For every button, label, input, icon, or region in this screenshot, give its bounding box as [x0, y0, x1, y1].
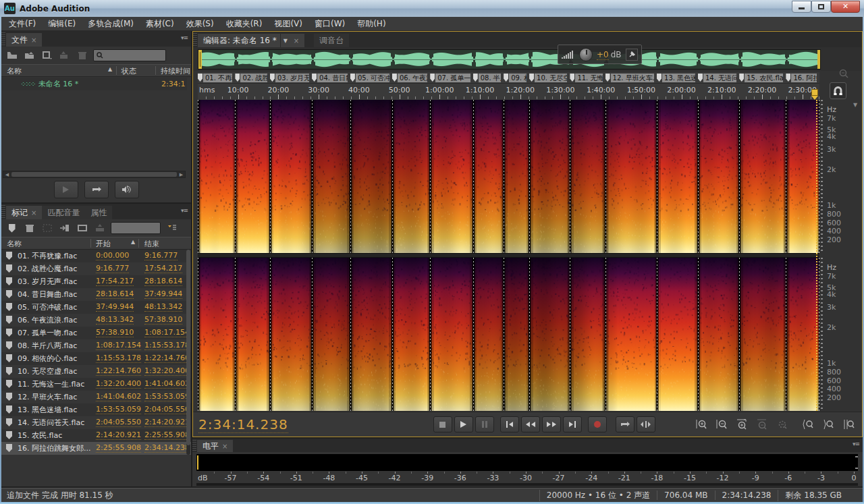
marker-row[interactable]: 14. 无语问苍天.flac2:04:05.5502:14:20.921	[1, 416, 191, 429]
insert-markers-multitrack-icon[interactable]	[93, 222, 106, 234]
marker-chip[interactable]: 14. 无语问苍天.flac	[698, 73, 736, 82]
current-time-display[interactable]: 2:34:14.238	[198, 416, 288, 433]
timeline-ruler[interactable]: hms 10:0020:0030:0040:0050:001:00:001:10…	[198, 83, 819, 100]
marker-chip[interactable]: 06. 午夜流浪.flac	[392, 73, 427, 82]
scroll-thumb[interactable]	[11, 172, 177, 177]
panel-menu-icon[interactable]: ▾≡	[181, 34, 188, 41]
minimize-button[interactable]	[792, 1, 811, 13]
marker-chip[interactable]: 07. 孤单一吻.flac	[430, 73, 470, 82]
marker-chip[interactable]: 04. 昔日舞曲.flac	[312, 73, 348, 82]
loop-playback-button[interactable]	[616, 416, 634, 432]
gain-value[interactable]: +0	[597, 50, 609, 60]
merge-markers-icon[interactable]	[40, 222, 53, 234]
zoom-in-vertical-icon[interactable]	[693, 416, 709, 432]
editor-file-dropdown-icon[interactable]: ▼	[280, 34, 290, 47]
panel-menu-icon[interactable]: ▾≡	[181, 207, 188, 214]
menu-item-help[interactable]: 帮助(H)	[351, 17, 392, 31]
marker-row[interactable]: 05. 可否冲破.flac37:49.94448:13.342	[1, 301, 191, 314]
close-tab-icon[interactable]: ×	[31, 209, 36, 217]
marker-chip[interactable]: 05. 可否冲破.flac	[350, 73, 389, 82]
panel-grip[interactable]	[1, 204, 5, 219]
panel-grip[interactable]	[193, 32, 197, 47]
col-duration[interactable]: 持续时间	[161, 66, 190, 76]
marker-end-time[interactable]: 57:38.910	[144, 315, 182, 325]
menu-item-window[interactable]: 窗口(W)	[308, 17, 351, 31]
marker-row[interactable]: 12. 早班火车.flac1:41:04.6021:53:53.059	[1, 391, 191, 403]
menu-item-edit[interactable]: 编辑(E)	[42, 17, 82, 31]
zoom-to-in-point-icon[interactable]	[800, 416, 816, 432]
marker-end-time[interactable]: 1:22:14.760	[144, 354, 189, 363]
markers-vertical-scrollbar[interactable]	[186, 250, 190, 455]
insert-into-multitrack-icon[interactable]	[58, 49, 71, 61]
files-horizontal-scrollbar[interactable]: ◀ ▶	[3, 171, 186, 178]
marker-start-time[interactable]: 1:08:17.154	[96, 341, 141, 350]
menu-item-effects[interactable]: 效果(S)	[180, 17, 220, 31]
marker-start-time[interactable]: 1:53:53.059	[96, 405, 141, 414]
marker-start-time[interactable]: 28:18.614	[96, 289, 134, 299]
marker-start-time[interactable]: 1:32:20.400	[96, 379, 141, 389]
overview-waveform[interactable]	[198, 49, 821, 69]
scroll-left-icon[interactable]: ◀	[3, 171, 11, 177]
marker-end-time[interactable]: 2:25:55.908	[144, 430, 189, 440]
marker-end-time[interactable]: 1:32:20.400	[144, 366, 189, 376]
marker-end-time[interactable]: 9:16.777	[144, 251, 178, 260]
marker-end-time[interactable]: 1:41:04.602	[144, 379, 189, 389]
preview-play-button[interactable]	[54, 181, 78, 198]
marker-chip[interactable]: 09. 相依的心.flac	[504, 73, 526, 82]
marker-end-time[interactable]: 1:08:17.154	[144, 328, 189, 337]
tab-mixer[interactable]: 调音台	[314, 34, 349, 47]
markers-search-input[interactable]	[117, 223, 171, 233]
tab-editor[interactable]: 编辑器: 未命名 16 * ▼ ×	[198, 34, 304, 47]
marker-chip[interactable]: 11. 无悔这一生.flac	[570, 73, 602, 82]
snap-magnet-button[interactable]	[830, 82, 846, 99]
export-markers-icon[interactable]	[76, 222, 88, 234]
marker-end-time[interactable]: 37:49.944	[144, 289, 182, 299]
marker-start-time[interactable]: 1:15:53.178	[96, 354, 141, 363]
stop-button[interactable]	[433, 416, 452, 432]
marker-end-time[interactable]: 1:15:53.178	[144, 341, 189, 350]
close-tab-icon[interactable]: ×	[31, 36, 36, 44]
marker-start-time[interactable]: 37:49.944	[96, 302, 134, 312]
marker-start-time[interactable]: 2:14:20.921	[96, 430, 141, 440]
zoom-out-vertical-icon[interactable]	[713, 416, 730, 432]
record-button[interactable]	[588, 416, 607, 432]
col-name[interactable]: 名称	[7, 66, 22, 76]
marker-row[interactable]: 01. 不再犹豫.flac0:00.0009:16.777	[1, 250, 191, 262]
marker-chip[interactable]: 12. 早班火车.flac	[605, 73, 654, 82]
zoom-full-icon[interactable]	[774, 416, 790, 432]
tab-match-loudness[interactable]: 匹配音量	[42, 206, 85, 219]
marker-start-time[interactable]: 2:25:55.908	[96, 443, 141, 453]
marker-row[interactable]: 11. 无悔这一生.flac1:32:20.4001:41:04.602	[1, 378, 191, 391]
pin-hud-button[interactable]	[626, 49, 638, 61]
marker-row[interactable]: 10. 无尽空虚.flac1:22:14.7601:32:20.400	[1, 365, 191, 378]
panel-grip[interactable]	[1, 31, 5, 47]
marker-row[interactable]: 04. 昔日舞曲.flac28:18.61437:49.944	[1, 288, 191, 301]
marker-row[interactable]: 07. 孤单一吻.flac57:38.9101:08:17.154	[1, 327, 191, 339]
filter-icon[interactable]	[165, 222, 178, 234]
delete-file-icon[interactable]	[76, 49, 88, 61]
marker-chip[interactable]: 03. 岁月无声.flac	[270, 73, 309, 82]
spectrogram-display[interactable]	[198, 100, 819, 411]
zoom-to-selection-icon[interactable]	[840, 416, 857, 432]
scroll-right-icon[interactable]: ▶	[178, 171, 185, 177]
fast-forward-button[interactable]	[542, 416, 561, 432]
maximize-button[interactable]	[811, 1, 831, 13]
tab-properties[interactable]: 属性	[85, 206, 112, 219]
tab-levels[interactable]: 电平×	[197, 440, 233, 452]
pause-button[interactable]	[475, 416, 494, 432]
marker-end-time[interactable]: 48:13.342	[144, 302, 182, 312]
col-start[interactable]: 开始	[96, 239, 111, 249]
playhead-handle[interactable]	[811, 89, 818, 100]
marker-end-time[interactable]: 2:34:14.238	[144, 443, 189, 453]
title-bar[interactable]: Au Adobe Audition ✕	[0, 0, 864, 17]
files-search-input[interactable]	[106, 51, 160, 60]
add-marker-icon[interactable]	[5, 222, 18, 234]
insert-into-playlist-icon[interactable]	[58, 222, 71, 234]
new-file-icon[interactable]	[40, 49, 53, 61]
frequency-scale-right-channel[interactable]: Hz7k5k4k3k2k1k800600400200	[821, 258, 863, 411]
col-status[interactable]: 状态	[122, 66, 136, 76]
close-button[interactable]: ✕	[831, 1, 860, 13]
markers-table-header[interactable]: 名称 开始 ▲ 结束	[1, 237, 191, 250]
frequency-scale-left-channel[interactable]: Hz7k5k4k3k2k1k800600400200	[821, 100, 863, 253]
file-row[interactable]: ⁘⁙⁘ 未命名 16 * 2:34:1	[1, 78, 187, 90]
